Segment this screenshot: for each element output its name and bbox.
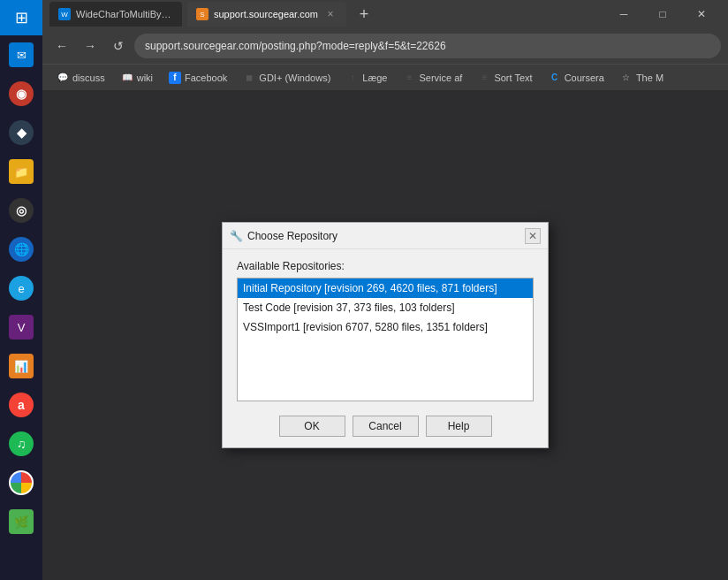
repository-item-2[interactable]: Test Code [revision 37, 373 files, 103 f…	[238, 298, 533, 317]
bookmark-them-label: The M	[636, 72, 664, 83]
bookmark-coursera[interactable]: C Coursera	[542, 68, 611, 88]
sorttext-icon: ≡	[478, 72, 490, 84]
taskbar: ⊞ ✉ ◉ ◆ 📁 ◎ 🌐 e V 📊 a ♫ 🌿	[0, 0, 42, 580]
page-content: 🔧 Choose Repository ✕ Available Reposito…	[42, 90, 728, 580]
cancel-button[interactable]: Cancel	[353, 416, 419, 437]
app4-taskbar-icon[interactable]: 📁	[0, 152, 42, 191]
bookmark-facebook[interactable]: f Facebook	[162, 68, 234, 88]
bookmark-gdi-label: GDI+ (Windows)	[259, 72, 330, 83]
app3-taskbar-icon[interactable]: ◆	[0, 113, 42, 152]
tab-sourcegear[interactable]: S support.sourcegear.com ×	[187, 2, 346, 27]
bookmarks-bar: 💬 discuss 📖 wiki f Facebook ◼ GDI+ (Wind…	[42, 64, 728, 90]
bookmark-discuss-label: discuss	[72, 72, 105, 83]
bookmark-gdi[interactable]: ◼ GDI+ (Windows)	[236, 68, 337, 88]
repository-item-1[interactable]: Initial Repository [revision 269, 4620 f…	[238, 279, 533, 298]
app13-taskbar-icon[interactable]: 🌿	[0, 502, 42, 541]
windows-icon: ⊞	[15, 8, 28, 27]
bookmark-discuss[interactable]: 💬 discuss	[49, 68, 112, 88]
app9-taskbar-icon[interactable]: 📊	[0, 347, 42, 385]
bookmark-facebook-label: Facebook	[185, 72, 227, 83]
start-button[interactable]: ⊞	[0, 0, 42, 35]
folder-icon: 📁	[9, 159, 34, 184]
bookmark-sorttext[interactable]: ≡ Sort Text	[471, 68, 539, 88]
app10-taskbar-icon[interactable]: a	[0, 385, 42, 424]
vscode-icon: V	[9, 315, 34, 340]
bookmark-laege-label: Læge	[362, 72, 387, 83]
app2-taskbar-icon[interactable]: ◉	[0, 74, 42, 113]
edge-taskbar-icon[interactable]: e	[0, 269, 42, 308]
tab-widechartomultibyte[interactable]: W WideCharToMultiByte functi	[49, 2, 182, 27]
bookmark-them[interactable]: ☆ The M	[613, 68, 671, 88]
dialog-label: Available Repositories:	[237, 260, 534, 272]
app5-icon: ◎	[9, 198, 34, 223]
choose-repository-dialog: 🔧 Choose Repository ✕ Available Reposito…	[222, 222, 549, 448]
app10-icon: a	[9, 393, 34, 417]
repository-item-3[interactable]: VSSImport1 [revision 6707, 5280 files, 1…	[238, 317, 533, 337]
tab2-title: support.sourcegear.com	[214, 9, 318, 19]
app13-icon: 🌿	[9, 509, 34, 534]
chrome-icon	[9, 470, 34, 495]
dialog-buttons: OK Cancel Help	[237, 416, 534, 437]
app6-icon: 🌐	[9, 237, 34, 262]
dialog-title-text: Choose Repository	[247, 230, 519, 242]
bookmark-laege[interactable]: ↑ Læge	[339, 68, 394, 88]
app3-icon: ◆	[9, 120, 34, 145]
app6-taskbar-icon[interactable]: 🌐	[0, 230, 42, 269]
laege-icon: ↑	[346, 72, 359, 84]
dialog-title-icon: 🔧	[230, 230, 242, 242]
dialog-close-button[interactable]: ✕	[525, 228, 541, 244]
bookmark-wiki[interactable]: 📖 wiki	[114, 68, 160, 88]
outlook-icon: ✉	[9, 42, 34, 67]
navigation-bar: ← → ↺	[42, 28, 728, 64]
dialog-title-bar: 🔧 Choose Repository ✕	[223, 223, 548, 249]
app9-icon: 📊	[9, 354, 34, 378]
facebook-icon: f	[169, 72, 181, 84]
dialog-overlay: 🔧 Choose Repository ✕ Available Reposito…	[42, 90, 728, 580]
app2-icon: ◉	[9, 81, 34, 106]
coursera-icon: C	[549, 72, 561, 84]
forward-button[interactable]: →	[78, 34, 102, 58]
dialog-body: Available Repositories: Initial Reposito…	[223, 249, 548, 447]
tab1-favicon: W	[58, 8, 71, 20]
address-bar[interactable]	[134, 34, 721, 58]
discuss-icon: 💬	[57, 72, 69, 84]
outlook-taskbar-icon[interactable]: ✉	[0, 35, 42, 74]
vscode-taskbar-icon[interactable]: V	[0, 308, 42, 347]
edge-icon: e	[9, 276, 34, 301]
bookmark-wiki-label: wiki	[137, 72, 153, 83]
app5-taskbar-icon[interactable]: ◎	[0, 191, 42, 230]
spotify-taskbar-icon[interactable]: ♫	[0, 424, 42, 463]
gdi-icon: ◼	[243, 72, 255, 84]
minimize-button[interactable]: ─	[604, 0, 643, 28]
bookmark-sorttext-label: Sort Text	[494, 72, 532, 83]
maximize-button[interactable]: □	[643, 0, 682, 28]
bookmark-coursera-label: Coursera	[565, 72, 604, 83]
new-tab-button[interactable]: +	[352, 2, 376, 27]
spotify-icon: ♫	[9, 431, 34, 456]
close-button[interactable]: ✕	[682, 0, 721, 28]
chrome-taskbar-icon[interactable]	[0, 463, 42, 502]
repository-list[interactable]: Initial Repository [revision 269, 4620 f…	[237, 278, 534, 401]
service-icon: ≡	[403, 72, 415, 84]
wiki-icon: 📖	[121, 72, 133, 84]
browser-window: W WideCharToMultiByte functi S support.s…	[42, 0, 728, 580]
tab2-close-button[interactable]: ×	[323, 7, 337, 21]
browser-title-bar: W WideCharToMultiByte functi S support.s…	[42, 0, 728, 28]
bookmark-service[interactable]: ≡ Service af	[396, 68, 469, 88]
help-button[interactable]: Help	[426, 416, 492, 437]
bookmark-service-label: Service af	[419, 72, 462, 83]
reload-button[interactable]: ↺	[106, 34, 131, 58]
tab2-favicon: S	[196, 8, 209, 20]
window-controls: ─ □ ✕	[604, 0, 721, 28]
them-star-icon: ☆	[620, 72, 633, 84]
tab1-title: WideCharToMultiByte functi	[76, 9, 173, 19]
ok-button[interactable]: OK	[279, 416, 345, 437]
back-button[interactable]: ←	[49, 34, 74, 58]
